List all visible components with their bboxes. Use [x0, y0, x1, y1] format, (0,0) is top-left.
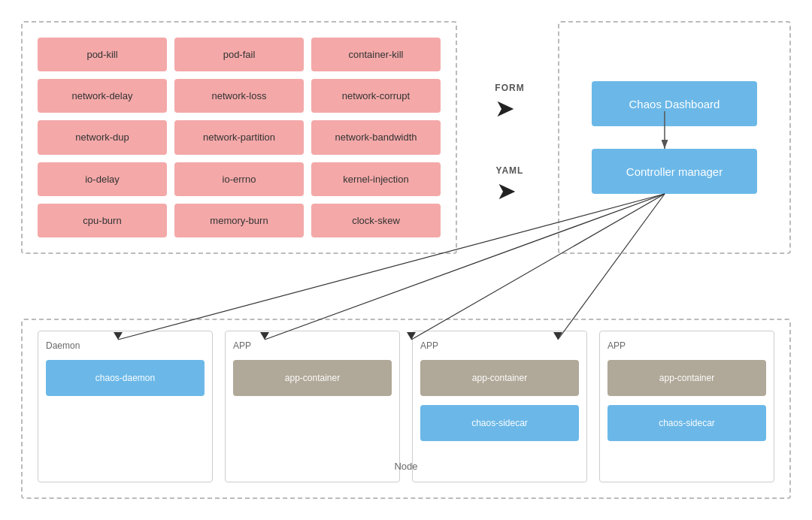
node-card-label: APP [607, 340, 626, 351]
app-container-box: app-container [607, 360, 766, 396]
app-container-box: app-container [420, 360, 579, 396]
node-box: Daemonchaos-daemonAPPapp-containerAPPapp… [21, 319, 791, 499]
chaos-daemon-box: chaos-sidecar [607, 405, 766, 441]
node-card: APPapp-containerchaos-sidecar [412, 331, 587, 482]
chaos-tag: memory-burn [174, 204, 304, 237]
right-panel-box: Chaos Dashboard Controller manager [558, 21, 791, 254]
node-card-label: Daemon [46, 340, 80, 351]
chaos-tag: network-corrupt [311, 79, 441, 113]
node-card: APPapp-container [225, 331, 400, 482]
chaos-tag: pod-kill [38, 38, 167, 71]
node-card-label: APP [420, 340, 438, 351]
form-label: FORM [495, 83, 524, 93]
chaos-dashboard-label: Chaos Dashboard [629, 98, 720, 110]
chaos-tag: kernel-injection [311, 162, 441, 196]
arrows-area: FORM ➤ YAML ➤ [465, 60, 555, 225]
chaos-tag: cpu-burn [38, 204, 167, 237]
chaos-tag: clock-skew [311, 204, 441, 237]
node-card-label: APP [233, 340, 251, 351]
chaos-tag: network-dup [38, 120, 167, 154]
chaos-tag: io-errno [174, 162, 304, 196]
chaos-types-box: pod-killpod-failcontainer-killnetwork-de… [21, 21, 457, 254]
form-arrow-icon: ➤ [495, 96, 515, 120]
controller-manager-box: Controller manager [592, 149, 757, 194]
controller-manager-label: Controller manager [626, 165, 723, 178]
node-label: Node [394, 461, 417, 472]
chaos-tag: pod-fail [174, 38, 304, 71]
chaos-dashboard-box: Chaos Dashboard [592, 81, 757, 126]
chaos-tag: network-loss [174, 79, 304, 113]
chaos-daemon-box: chaos-daemon [46, 360, 205, 396]
chaos-tag: io-delay [38, 162, 167, 196]
chaos-tag: network-bandwidth [311, 120, 441, 154]
node-card: APPapp-containerchaos-sidecar [599, 331, 774, 482]
chaos-tag: network-delay [38, 79, 167, 113]
node-inner: Daemonchaos-daemonAPPapp-containerAPPapp… [38, 331, 774, 482]
app-container-box: app-container [233, 360, 392, 396]
yaml-label: YAML [496, 165, 524, 176]
chaos-tag: network-partition [174, 120, 304, 154]
yaml-arrow-group: YAML ➤ [496, 165, 524, 203]
chaos-tag: container-kill [311, 38, 441, 71]
form-arrow-group: FORM ➤ [495, 83, 524, 120]
diagram-container: pod-killpod-failcontainer-killnetwork-de… [0, 0, 812, 520]
node-card: Daemonchaos-daemon [38, 331, 213, 482]
yaml-arrow-icon: ➤ [496, 179, 517, 203]
chaos-daemon-box: chaos-sidecar [420, 405, 579, 441]
